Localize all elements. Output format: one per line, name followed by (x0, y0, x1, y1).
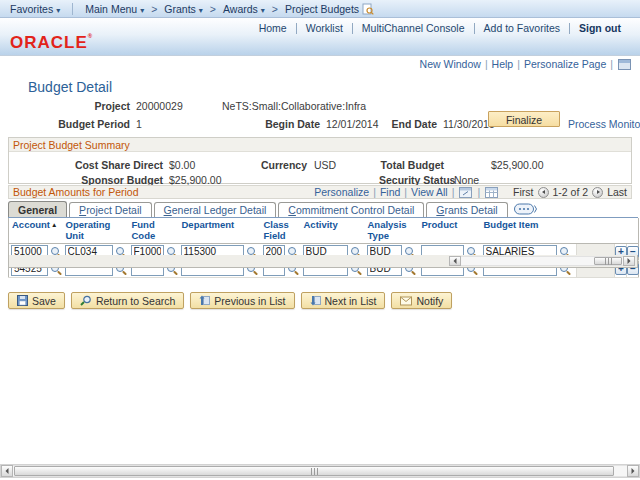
grid-title: Budget Amounts for Period (13, 186, 139, 198)
save-icon (17, 295, 28, 306)
column-header-analysis-type[interactable]: Analysis Type (365, 218, 419, 243)
view-all-link[interactable]: View All (411, 186, 448, 198)
finalize-button[interactable]: Finalize (488, 111, 560, 127)
column-header-activity[interactable]: Activity (301, 218, 365, 243)
end-date-label: End Date (377, 118, 437, 130)
grid-pager: First 1-2 of 2 Last (513, 186, 627, 198)
previous-in-list-icon (199, 295, 210, 306)
breadcrumb-item-awards[interactable]: Awards (219, 3, 269, 15)
budget-period-label: Budget Period (20, 118, 130, 130)
new-window-link[interactable]: New Window (420, 58, 481, 70)
column-header-product[interactable]: Product (419, 218, 481, 243)
notify-button[interactable]: Notify (391, 292, 452, 309)
main-menu[interactable]: Main Menu (81, 3, 148, 15)
action-toolbar: Save Return to Search Previous in List N… (8, 292, 458, 309)
caret-down-icon (199, 3, 203, 15)
grid-section-header: Budget Amounts for Period Personalize | … (8, 185, 632, 199)
column-label: Activity (304, 219, 338, 230)
registered-mark: ® (88, 33, 93, 39)
layout-icon[interactable] (618, 59, 631, 70)
button-label: Return to Search (96, 295, 175, 307)
begin-date-value: 12/01/2014 (326, 118, 379, 130)
currency-value: USD (314, 159, 336, 171)
page-scroll-track[interactable] (13, 465, 627, 477)
multichannel-console-link[interactable]: MultiChannel Console (353, 22, 474, 34)
project-value: 20000029 (136, 100, 183, 112)
zoom-popup-icon[interactable] (459, 187, 472, 198)
tab-general[interactable]: General (8, 201, 67, 217)
column-label: Department (182, 219, 235, 230)
link-divider: | (606, 58, 617, 70)
grid-scroll-track[interactable] (461, 256, 623, 266)
column-header-delete (627, 218, 639, 243)
currency-label: Currency (239, 159, 307, 171)
personalize-link[interactable]: Personalize (314, 186, 369, 198)
save-button[interactable]: Save (8, 292, 65, 309)
link-divider: | (513, 58, 524, 70)
page-scroll-thumb[interactable] (14, 466, 614, 476)
process-monitor-link[interactable]: Process Monitor (568, 118, 640, 130)
breadcrumb-divider (72, 3, 73, 15)
tab-label: Project Detail (79, 204, 141, 216)
pager-next-icon[interactable] (592, 187, 603, 198)
personalize-page-link[interactable]: Personalize Page (524, 58, 606, 70)
breadcrumb-item-label: Grants (164, 3, 196, 15)
breadcrumb-item-grants[interactable]: Grants (160, 3, 207, 15)
column-header-budget-item[interactable]: Budget Item (481, 218, 577, 243)
worklist-link[interactable]: Worklist (297, 22, 352, 34)
column-header-class-field[interactable]: Class Field (261, 218, 301, 243)
grid-scroll-left-arrow[interactable] (449, 256, 461, 266)
page-scroll-right-arrow[interactable] (627, 465, 639, 477)
next-in-list-button[interactable]: Next in List (301, 292, 386, 309)
column-header-fund-code[interactable]: Fund Code (129, 218, 179, 243)
caret-down-icon (261, 3, 265, 15)
previous-in-list-button[interactable]: Previous in List (190, 292, 294, 309)
help-link[interactable]: Help (492, 58, 514, 70)
column-header-department[interactable]: Department (179, 218, 261, 243)
column-label: Analysis Type (368, 219, 407, 241)
tab-commitment-control-detail[interactable]: Commitment Control Detail (278, 202, 424, 217)
page-search-icon[interactable] (362, 3, 374, 15)
grid-scroll-right-arrow[interactable] (623, 256, 635, 266)
total-budget-label: Total Budget (379, 159, 444, 171)
column-header-account[interactable]: Account (9, 218, 63, 243)
link-divider: | (473, 186, 484, 198)
pager-first-link[interactable]: First (513, 186, 533, 198)
end-date-value: 11/30/2015 (443, 118, 495, 130)
pager-previous-icon[interactable] (538, 187, 549, 198)
main-menu-label: Main Menu (85, 3, 137, 15)
pager-last-link[interactable]: Last (607, 186, 627, 198)
page-scroll-left-arrow[interactable] (1, 465, 13, 477)
tab-general-ledger-detail[interactable]: General Ledger Detail (154, 202, 277, 217)
add-to-favorites-link[interactable]: Add to Favorites (475, 22, 569, 34)
home-link[interactable]: Home (250, 22, 296, 34)
favorites-menu[interactable]: Favorites (6, 3, 64, 15)
sort-ascending-icon (50, 219, 57, 230)
budget-period-value: 1 (136, 118, 142, 130)
grid-horizontal-scrollbar[interactable] (449, 256, 635, 266)
column-header-operating-unit[interactable]: Operating Unit (63, 218, 129, 243)
banner: Home Worklist MultiChannel Console Add t… (0, 18, 640, 56)
cost-share-direct-label: Cost Share Direct (19, 159, 163, 171)
breadcrumb-item-project-budgets[interactable]: Project Budgets (281, 3, 378, 15)
page-title: Budget Detail (28, 79, 112, 95)
tab-grants-detail[interactable]: Grants Detail (426, 202, 507, 217)
return-to-search-button[interactable]: Return to Search (71, 292, 184, 309)
download-icon[interactable] (485, 187, 498, 198)
show-all-columns-icon[interactable] (514, 203, 537, 215)
project-description: NeTS:Small:Collaborative:Infra (222, 100, 366, 112)
column-header-filler (577, 218, 615, 243)
total-budget-value: $25,900.00 (491, 159, 544, 171)
tab-project-detail[interactable]: Project Detail (69, 202, 151, 217)
page-horizontal-scrollbar[interactable] (0, 464, 640, 478)
begin-date-label: Begin Date (240, 118, 320, 130)
grid-scroll-row (8, 255, 638, 268)
button-label: Next in List (325, 295, 377, 307)
find-link[interactable]: Find (380, 186, 400, 198)
grid-scroll-thumb[interactable] (594, 257, 622, 265)
next-in-list-icon (310, 295, 321, 306)
budget-detail-page: Favorites Main Menu Grants Awards Projec… (0, 0, 640, 480)
project-budget-summary-box: Project Budget Summary Cost Share Direct… (8, 137, 632, 184)
oracle-logo-text: ORACLE (10, 33, 88, 52)
sign-out-link[interactable]: Sign out (570, 22, 630, 34)
